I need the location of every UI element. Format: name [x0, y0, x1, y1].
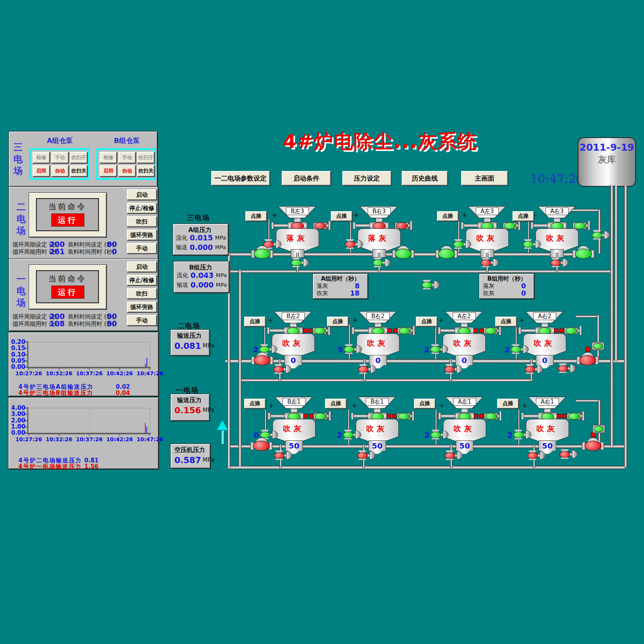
y-tick-label: 0.05: [10, 357, 25, 363]
gauge-unit: MPa: [203, 342, 215, 349]
command-display: 当前命令运行: [29, 193, 107, 237]
nav-button[interactable]: 启动条件: [282, 171, 331, 186]
nav-button[interactable]: 历史曲线: [402, 171, 448, 186]
dian-cao-button[interactable]: 点操: [416, 317, 437, 327]
status-square-icon: [560, 329, 564, 333]
field-button[interactable]: 停止/检修: [127, 203, 157, 214]
pump-button[interactable]: 手动: [51, 152, 69, 163]
pressure-gauge: 输送压力0.081MPa: [171, 330, 210, 356]
field-button[interactable]: 吹扫: [127, 288, 157, 299]
clock-time: 10:47:26: [530, 172, 583, 186]
field-button[interactable]: 停止/检修: [127, 275, 157, 286]
valve-green-icon: [395, 249, 412, 259]
pump-button[interactable]: 吹扫关: [137, 165, 154, 177]
pipe-arm-cap: [268, 412, 271, 420]
command-title: 当前命令: [37, 273, 98, 283]
valve-red-icon: [525, 366, 536, 373]
vent-valve-green-icon: [568, 413, 580, 420]
gauge-row-value: 0.015: [190, 233, 213, 242]
pipe: [597, 315, 600, 360]
pipe-arm-cap: [352, 327, 355, 334]
pump-button[interactable]: 手动: [118, 152, 136, 163]
actuator-icon: [303, 258, 309, 267]
gauge-row-label: 输送: [176, 244, 187, 251]
field-button[interactable]: 启动: [127, 189, 157, 200]
pump-button[interactable]: 检修: [33, 152, 50, 163]
field-button[interactable]: 循环旁路: [127, 302, 157, 312]
pump-button[interactable]: 启用: [33, 165, 50, 177]
x-tick: [89, 433, 90, 436]
outlet-counter: 0: [536, 355, 554, 366]
status-square-icon: [554, 329, 559, 333]
nav-button[interactable]: 一二电场参数设定: [211, 171, 270, 186]
pump-button[interactable]: 自动: [51, 165, 69, 177]
dian-cao-button[interactable]: 点操: [495, 317, 517, 327]
field-button[interactable]: 吹扫: [127, 216, 157, 227]
pump-button[interactable]: 检修: [100, 152, 117, 163]
dian-cao-button[interactable]: 点操: [325, 399, 347, 409]
field-button[interactable]: 手动: [127, 243, 157, 254]
hopper-state: 吹灰: [358, 424, 396, 433]
field-button[interactable]: 循环旁路: [127, 230, 157, 240]
pump-button[interactable]: 吹扫开: [70, 152, 87, 163]
pipe-arm: [532, 224, 549, 227]
y-tick: [25, 342, 28, 343]
gauge-unit: MPa: [203, 407, 215, 414]
outlet-counter: 50: [456, 440, 473, 451]
field-button[interactable]: 手动: [127, 315, 157, 326]
pipe: [610, 185, 613, 446]
y-tick: [25, 414, 28, 415]
pipe-arm-cap: [351, 412, 354, 420]
dian-cao-button[interactable]: 点操: [327, 317, 348, 327]
pump-group: 检修手动吹扫开启用自动吹扫关: [96, 148, 156, 180]
dian-cao-button[interactable]: 点操: [244, 317, 266, 327]
param-label: 循环周期用时 (秒): [13, 248, 55, 255]
field-button[interactable]: 启动: [127, 261, 157, 272]
valve-count: 5: [333, 345, 343, 353]
pump-panel: 三电场A组仓泵检修手动吹扫开启用自动吹扫关B组仓泵检修手动吹扫开启用自动吹扫关: [9, 131, 158, 187]
dian-cao-button[interactable]: 点操: [497, 399, 519, 409]
outlet-counter: 50: [285, 440, 303, 451]
nav-button[interactable]: 主画面: [461, 171, 508, 186]
valve-green-icon: [438, 249, 455, 259]
pipe: [435, 324, 437, 359]
nav-button[interactable]: 压力设定: [342, 171, 391, 186]
pump-button[interactable]: 吹扫关: [70, 165, 87, 177]
gauge-row-value: 0.000: [191, 281, 214, 289]
x-tick: [119, 367, 120, 370]
pipe-arm: [440, 414, 457, 418]
timer-table: B组用时（秒）落灰0吹灰0: [479, 274, 534, 299]
valve-green-icon: [523, 241, 534, 248]
x-tick-label: 10:27:26: [15, 436, 42, 442]
pipe-arm-cap: [328, 220, 331, 230]
pipe-arm-cap: [588, 220, 590, 230]
command-inner: 当前命令运行: [36, 270, 99, 303]
dian-cao-button[interactable]: 点操: [513, 211, 534, 221]
pump-button[interactable]: 启用: [100, 165, 117, 177]
dian-cao-button[interactable]: 点操: [244, 399, 266, 409]
valve-green-icon: [430, 346, 441, 353]
hopper-state: 吹灰: [537, 233, 576, 242]
pipe-arm: [268, 329, 285, 332]
pipe-arm-cap: [412, 411, 414, 421]
dian-cao-button[interactable]: 点操: [331, 211, 352, 221]
pipe: [598, 400, 601, 445]
pump-button[interactable]: 自动: [118, 165, 136, 177]
status-square-icon: [480, 414, 484, 418]
gauge-row-label: 输送: [177, 281, 188, 289]
valve-count: 2: [500, 345, 510, 353]
y-tick-label: 4.00: [10, 404, 25, 411]
valve-green-icon: [260, 432, 271, 438]
actuator-icon: [572, 450, 578, 458]
hopper-label: A左1: [453, 398, 476, 406]
y-tick: [25, 426, 28, 427]
legend-value: 0.81: [84, 457, 111, 463]
dian-cao-button[interactable]: 点操: [437, 211, 458, 221]
page-title: 4#炉电除尘...灰系统: [273, 129, 488, 154]
pipe-arm: [273, 224, 289, 227]
valve-green-icon: [513, 432, 524, 438]
pump-button[interactable]: 吹扫开: [137, 152, 154, 163]
param-value: 200: [49, 312, 69, 320]
dian-cao-button[interactable]: 点操: [414, 399, 435, 409]
dian-cao-button[interactable]: 点操: [245, 211, 267, 221]
